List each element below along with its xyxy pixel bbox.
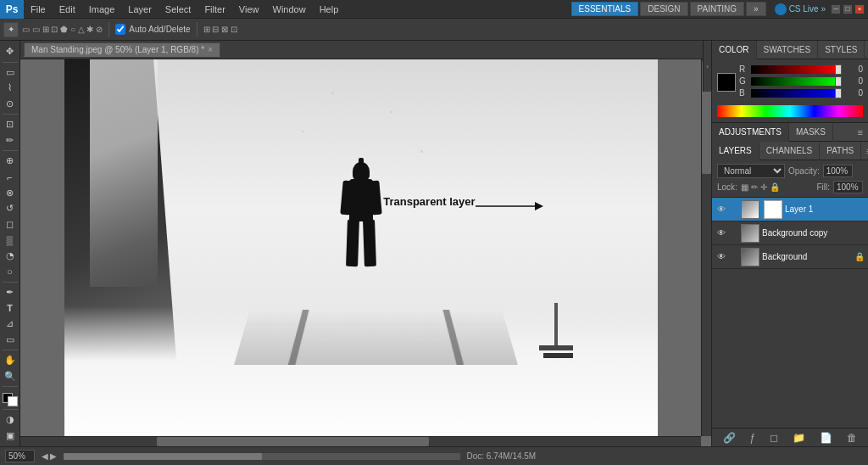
tab-color[interactable]: COLOR xyxy=(712,41,757,59)
gradient-tool[interactable]: ▒ xyxy=(2,232,19,248)
tab-masks[interactable]: MASKS xyxy=(789,123,833,142)
fill-input[interactable] xyxy=(833,181,863,193)
pen-tool[interactable]: ✒ xyxy=(2,285,19,300)
tab-paths[interactable]: PATHS xyxy=(820,142,861,160)
healing-tool[interactable]: ⊕ xyxy=(2,154,19,169)
menu-bar: Ps File Edit Image Layer Select Filter V… xyxy=(0,0,868,19)
history-brush[interactable]: ↺ xyxy=(2,201,19,216)
nav-prev-button[interactable]: ◀ xyxy=(42,451,48,461)
shape-tool[interactable]: ▭ xyxy=(2,333,19,348)
foreground-background-colors[interactable] xyxy=(3,393,18,406)
brush-tool[interactable]: ⌐ xyxy=(2,170,19,185)
screen-mode[interactable]: ▣ xyxy=(2,428,19,443)
hscroll-thumb[interactable] xyxy=(157,437,429,446)
r-slider-track[interactable] xyxy=(751,65,839,74)
workspace-essentials[interactable]: ESSENTIALS xyxy=(571,2,639,16)
close-button[interactable]: × xyxy=(854,4,865,14)
maximize-button[interactable]: □ xyxy=(843,4,853,14)
nav-next-button[interactable]: ▶ xyxy=(50,451,57,461)
foreground-swatch[interactable] xyxy=(717,73,736,92)
workspace-more[interactable]: » xyxy=(746,2,766,16)
tab-styles[interactable]: STYLES xyxy=(818,41,865,59)
lock-image-icon[interactable]: ✏ xyxy=(751,182,758,192)
lock-all-icon[interactable]: 🔒 xyxy=(770,182,780,192)
layer-item-background[interactable]: 👁 Background 🔒 xyxy=(712,245,868,269)
opacity-input[interactable] xyxy=(823,165,853,177)
g-slider-thumb[interactable] xyxy=(835,76,842,87)
clone-tool[interactable]: ⊗ xyxy=(2,185,19,200)
doc-info: Doc: 6.74M/14.5M xyxy=(467,451,864,461)
layer-item-bg-copy[interactable]: 👁 Background copy xyxy=(712,221,868,245)
blend-mode-select[interactable]: Normal xyxy=(717,164,785,178)
menu-file[interactable]: File xyxy=(24,0,53,19)
color-spectrum[interactable] xyxy=(717,105,863,117)
path-tool[interactable]: ⊿ xyxy=(2,317,19,332)
cs-live[interactable]: CS Live » xyxy=(770,3,831,15)
layer-eye-background[interactable]: 👁 xyxy=(715,251,727,263)
timeline-scrubber[interactable] xyxy=(64,453,460,460)
layer-eye-bg-copy[interactable]: 👁 xyxy=(715,227,727,239)
cs-live-icon xyxy=(775,3,787,15)
layer-item-layer1[interactable]: 👁 Layer 1 xyxy=(712,198,868,221)
g-slider-row: G 0 xyxy=(739,76,863,86)
workspace-design[interactable]: DESIGN xyxy=(640,2,687,16)
vertical-scrollbar[interactable] xyxy=(701,59,711,436)
new-group-button[interactable]: 📁 xyxy=(793,432,805,444)
tab-swatches[interactable]: SWATCHES xyxy=(757,41,819,59)
color-panel-content: R 0 G 0 B xyxy=(712,59,868,123)
b-slider-thumb[interactable] xyxy=(835,88,842,98)
path-options: ⊞ ⊟ ⊠ ⊡ xyxy=(203,25,237,34)
lock-position-icon[interactable]: ✛ xyxy=(760,182,767,192)
quick-mask[interactable]: ◑ xyxy=(2,412,19,428)
hand-tool[interactable]: ✋ xyxy=(2,353,19,368)
marquee-tool[interactable]: ▭ xyxy=(2,64,19,80)
menu-select[interactable]: Select xyxy=(159,0,198,19)
text-tool[interactable]: T xyxy=(2,300,19,316)
layer-mask-thumb-layer1 xyxy=(764,200,782,219)
crop-tool[interactable]: ⊡ xyxy=(2,117,19,132)
lock-transparent-icon[interactable]: ▦ xyxy=(741,182,748,192)
zoom-tool[interactable]: 🔍 xyxy=(2,369,19,384)
workspace-painting[interactable]: PAINTING xyxy=(690,2,744,16)
tab-adjustments[interactable]: ADJUSTMENTS xyxy=(712,123,789,142)
b-slider-track[interactable] xyxy=(751,89,839,98)
horizontal-scrollbar[interactable] xyxy=(20,436,701,446)
minimize-button[interactable]: ─ xyxy=(831,4,841,14)
background-color[interactable] xyxy=(8,396,18,406)
menu-help[interactable]: Help xyxy=(313,0,346,19)
color-swatch-row: R 0 G 0 B xyxy=(717,64,863,100)
snow-particle-3 xyxy=(420,150,423,153)
r-slider-thumb[interactable] xyxy=(835,64,842,75)
add-mask-button[interactable]: ◻ xyxy=(770,432,778,444)
g-slider-track[interactable] xyxy=(751,77,839,86)
tab-layers[interactable]: LAYERS xyxy=(712,142,760,160)
layers-panel-menu[interactable]: ≡ xyxy=(861,146,868,156)
auto-add-delete-checkbox[interactable] xyxy=(115,24,125,35)
color-panel-menu[interactable]: ≡ xyxy=(865,45,868,55)
eyedropper-tool[interactable]: ✏ xyxy=(2,133,19,148)
new-layer-button[interactable]: 📄 xyxy=(820,432,832,444)
document-tab[interactable]: Man Standing.jpeg @ 50% (Layer 1, RGB/8)… xyxy=(24,42,220,57)
delete-layer-button[interactable]: 🗑 xyxy=(847,432,857,444)
menu-image[interactable]: Image xyxy=(82,0,122,19)
move-tool[interactable]: ✥ xyxy=(2,44,19,59)
tab-close-button[interactable]: × xyxy=(208,45,213,54)
panel-collapse-button[interactable]: › xyxy=(703,41,711,92)
blur-tool[interactable]: ◔ xyxy=(2,249,19,264)
menu-layer[interactable]: Layer xyxy=(121,0,159,19)
menu-filter[interactable]: Filter xyxy=(198,0,231,19)
add-style-button[interactable]: ƒ xyxy=(750,432,756,444)
tab-channels[interactable]: CHANNELS xyxy=(760,142,820,160)
menu-edit[interactable]: Edit xyxy=(53,0,82,19)
eraser-tool[interactable]: ◻ xyxy=(2,217,19,232)
layer-eye-layer1[interactable]: 👁 xyxy=(715,204,727,216)
zoom-input[interactable] xyxy=(5,450,35,462)
timeline-thumb[interactable] xyxy=(64,453,262,460)
menu-window[interactable]: Window xyxy=(266,0,313,19)
dodge-tool[interactable]: ○ xyxy=(2,264,19,279)
lasso-tool[interactable]: ⌇ xyxy=(2,81,19,96)
quick-select-tool[interactable]: ⊙ xyxy=(2,97,19,112)
link-layers-button[interactable]: 🔗 xyxy=(723,432,736,444)
menu-view[interactable]: View xyxy=(232,0,266,19)
adjustments-panel-menu[interactable]: ≡ xyxy=(853,127,868,137)
